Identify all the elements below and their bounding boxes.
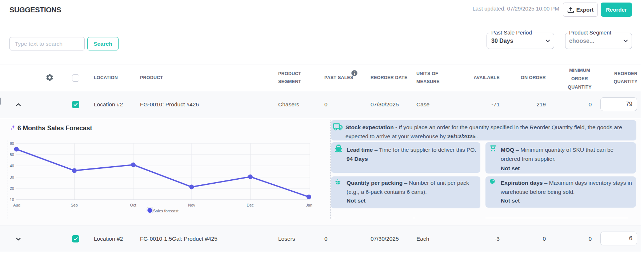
svg-text:20: 20 bbox=[10, 186, 14, 191]
svg-text:Nov: Nov bbox=[188, 203, 195, 207]
svg-text:Sales forecast: Sales forecast bbox=[153, 209, 179, 213]
svg-text:50: 50 bbox=[10, 152, 14, 157]
svg-text:Jan: Jan bbox=[306, 203, 312, 207]
svg-text:10: 10 bbox=[10, 197, 14, 202]
svg-text:Dec: Dec bbox=[247, 203, 254, 207]
svg-text:40: 40 bbox=[10, 164, 14, 168]
svg-text:60: 60 bbox=[10, 141, 14, 146]
svg-text:Aug: Aug bbox=[13, 203, 20, 207]
svg-text:Oct: Oct bbox=[130, 203, 136, 207]
svg-text:Sep: Sep bbox=[71, 203, 78, 207]
svg-text:30: 30 bbox=[10, 175, 14, 179]
